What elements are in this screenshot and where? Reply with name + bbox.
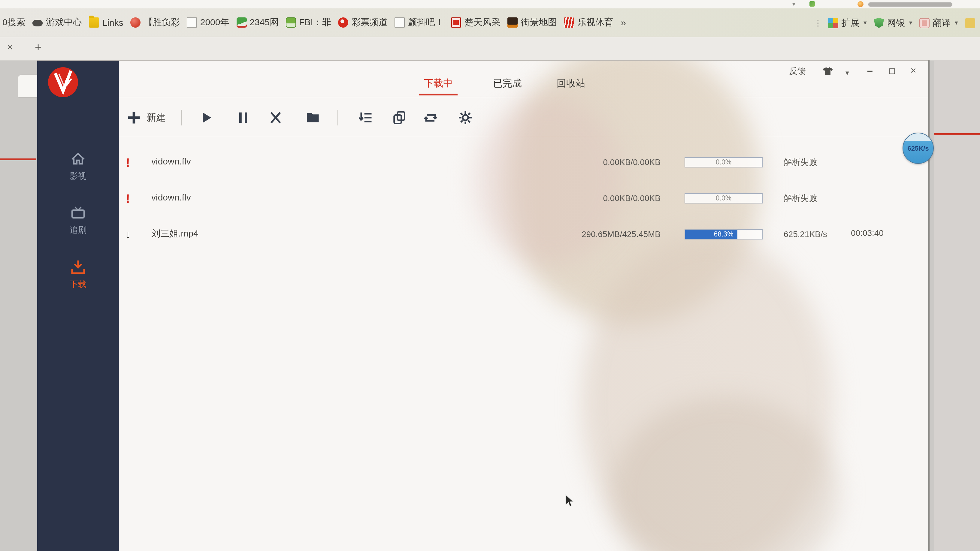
new-tab-button[interactable]: +: [35, 41, 41, 53]
bookmark-item[interactable]: 颤抖吧！: [395, 17, 444, 28]
tab-close-icon[interactable]: ×: [7, 43, 13, 52]
error-icon: !: [119, 182, 137, 216]
bookmark-label: 楚天风采: [465, 17, 501, 28]
feedback-button[interactable]: 反馈: [783, 65, 813, 76]
new-task-button[interactable]: 新建: [126, 110, 166, 125]
bookmark-item[interactable]: 楚天风采: [451, 17, 501, 28]
sidebar-item-downloads[interactable]: 下载: [37, 259, 119, 290]
status-text: 解析失败: [784, 157, 817, 168]
new-task-label: 新建: [146, 111, 166, 124]
bookmarks-overflow-chevron[interactable]: »: [620, 17, 626, 28]
tv-icon: [70, 205, 86, 221]
delete-button[interactable]: [268, 110, 285, 127]
progress-label: 0.0%: [685, 194, 762, 203]
extensions-button[interactable]: 扩展▼: [828, 17, 868, 29]
window-close-button[interactable]: ×: [910, 65, 916, 76]
sidebar-item-dramas[interactable]: 追剧: [37, 205, 119, 236]
chevron-down-icon[interactable]: ▼: [844, 68, 850, 79]
streetview-map-icon: [508, 17, 518, 28]
plus-icon: [126, 110, 142, 125]
sidebar-item-movies[interactable]: 影视: [37, 151, 119, 182]
tab-recycle-bin[interactable]: 回收站: [552, 78, 590, 90]
browser-top-edge: ▼: [0, 0, 980, 8]
extra-button[interactable]: [965, 18, 975, 28]
translate-button[interactable]: 翻译▼: [920, 17, 959, 29]
yellow-icon: [965, 18, 975, 28]
bookmark-item[interactable]: FBI：罪: [286, 17, 331, 28]
bookmark-item[interactable]: Links: [89, 17, 123, 28]
progress-label: 68.3%: [685, 230, 762, 239]
sidebar-item-label: 下载: [70, 279, 86, 290]
time-remaining: 00:03:40: [851, 228, 884, 238]
settings-button[interactable]: [458, 110, 474, 127]
queue-list-icon: [358, 110, 374, 125]
bookmark-item[interactable]: 0搜索: [2, 17, 25, 28]
overflow-glyph: »: [620, 17, 626, 28]
gamepad-icon: [33, 20, 43, 26]
page-icon: [395, 17, 405, 28]
bookmarks-bar-right: ⋮ 扩展▼ 网银▼ 翻译▼: [814, 8, 975, 37]
minimize-button[interactable]: –: [867, 65, 873, 76]
chevron-down-icon: ▼: [862, 20, 868, 26]
bookmark-item[interactable]: 街景地图: [508, 17, 557, 28]
bookmark-label: 乐视体育: [578, 17, 613, 28]
start-button[interactable]: [198, 110, 215, 127]
tab-completed[interactable]: 已完成: [488, 78, 527, 90]
bookmark-label: 街景地图: [521, 17, 557, 28]
pause-icon: [235, 110, 251, 125]
translate-ad-icon: [920, 18, 929, 28]
download-icon: [70, 259, 86, 275]
bookmark-item[interactable]: 乐视体育: [564, 17, 613, 28]
bookmark-label: 彩票频道: [352, 17, 388, 28]
bookmark-item[interactable]: 2000年: [187, 17, 229, 28]
skin-theme-icon[interactable]: [822, 67, 833, 76]
bookmark-label: 【胜负彩: [144, 17, 180, 28]
copy-pages-icon: [391, 110, 407, 125]
file-size: 0.00KB/0.00KB: [539, 193, 660, 203]
banking-button[interactable]: 网银▼: [874, 17, 913, 29]
lottery-ball-icon: [130, 17, 141, 28]
extensions-label: 扩展: [841, 17, 859, 29]
chevron-down-icon: ▼: [791, 2, 796, 7]
folder-icon: [305, 110, 321, 125]
extensions-grid-icon: [828, 18, 838, 28]
bookmark-label: 颤抖吧！: [408, 17, 444, 28]
window-content: 下载中 已完成 回收站 反馈 ▼ – □ × 新建: [119, 60, 928, 551]
address-text-blur: [868, 2, 952, 6]
repeat-button[interactable]: [423, 110, 439, 127]
file-name: vidown.flv: [151, 192, 191, 202]
mouse-cursor: [565, 494, 575, 508]
progress-bar: 68.3%: [684, 229, 763, 240]
menu-dots-icon[interactable]: ⋮: [814, 18, 822, 28]
file-name: vidown.flv: [151, 156, 191, 166]
speed-float-badge[interactable]: 625K/s: [902, 133, 934, 164]
wallpaper-wash: [119, 60, 928, 551]
copy-button[interactable]: [391, 110, 408, 127]
home-icon: [70, 151, 86, 167]
sidebar-item-label: 影视: [70, 171, 86, 182]
bookmark-item[interactable]: 游戏中心: [33, 17, 82, 28]
downloading-icon: ↓: [119, 218, 137, 251]
download-row[interactable]: ↓ 刘三姐.mp4 290.65MB/425.45MB 68.3% 625.21…: [119, 218, 928, 251]
tab-downloading[interactable]: 下载中: [419, 78, 458, 90]
download-row[interactable]: ! vidown.flv 0.00KB/0.00KB 0.0% 解析失败: [119, 182, 928, 216]
progress-bar: 0.0%: [684, 157, 763, 167]
page-icon: [187, 17, 197, 28]
bookmark-item[interactable]: 2345网: [237, 17, 279, 28]
pause-button[interactable]: [235, 110, 252, 127]
app-sidebar: 影视 追剧 下载: [37, 60, 119, 551]
progress-bar: 0.0%: [684, 193, 763, 203]
download-row[interactable]: ! vidown.flv 0.00KB/0.00KB 0.0% 解析失败: [119, 146, 928, 179]
letv-icon: [564, 17, 574, 28]
open-folder-button[interactable]: [305, 110, 322, 127]
screen: ▼ 0搜索 游戏中心 Links 【胜负彩 2000年 2345网 FBI：罪 …: [0, 0, 980, 551]
chevron-down-icon: ▼: [954, 20, 959, 26]
bookmark-label: 2345网: [250, 17, 279, 28]
bookmark-item[interactable]: 彩票频道: [338, 17, 388, 28]
status-text: 解析失败: [784, 193, 817, 204]
maximize-button[interactable]: □: [889, 65, 895, 76]
toolbar-divider: [119, 136, 928, 136]
queue-order-button[interactable]: [358, 110, 375, 127]
bookmark-item[interactable]: 【胜负彩: [130, 17, 180, 28]
loop-icon: [423, 110, 438, 125]
